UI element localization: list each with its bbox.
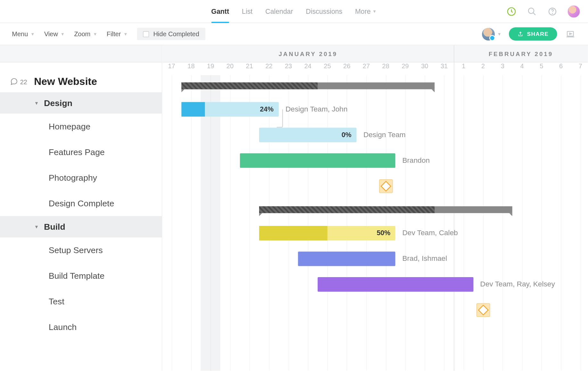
task-row[interactable]: Test: [0, 289, 162, 314]
chevron-down-icon: ▼: [34, 100, 39, 105]
comments-count[interactable]: 22: [10, 78, 27, 86]
assignee-label: Brandon: [402, 156, 430, 165]
task-row[interactable]: Build Template: [0, 263, 162, 289]
task-row[interactable]: Homepage: [0, 114, 162, 139]
help-icon[interactable]: [547, 6, 558, 17]
day-label: 2: [477, 62, 489, 70]
share-icon: [518, 31, 524, 37]
nav-tab-more[interactable]: More▼: [355, 0, 377, 23]
day-label: 26: [340, 62, 353, 70]
task-row[interactable]: Photography: [0, 165, 162, 191]
top-nav: GanttListCalendarDiscussionsMore▼: [0, 0, 588, 23]
assignee-label: Dev Team, Caleb: [402, 229, 458, 237]
task-row[interactable]: Design Complete: [0, 191, 162, 216]
task-bar[interactable]: Brad, Ishmael: [298, 251, 396, 266]
day-label: 24: [301, 62, 314, 70]
user-dropdown[interactable]: ▼: [482, 28, 501, 40]
day-label: 18: [185, 62, 198, 70]
task-bar[interactable]: 24%Design Team, John: [181, 102, 279, 117]
day-label: 19: [204, 62, 217, 70]
day-label: 21: [243, 62, 256, 70]
day-label: 6: [555, 62, 568, 70]
day-label: 29: [399, 62, 412, 70]
account-avatar[interactable]: [568, 5, 580, 18]
summary-bar[interactable]: [181, 82, 434, 89]
day-label: 31: [438, 62, 451, 70]
checkbox-icon: [143, 31, 149, 37]
month-label: FEBRUARY 2019: [454, 45, 588, 62]
day-label: 27: [360, 62, 373, 70]
presentation-icon[interactable]: [565, 29, 576, 40]
task-row[interactable]: Setup Servers: [0, 237, 162, 263]
chevron-down-icon: ▼: [372, 9, 377, 14]
toolbar: Menu▼ View▼ Zoom▼ Filter▼ Hide Completed…: [0, 23, 588, 45]
group-row-build[interactable]: ▼Build: [0, 216, 162, 237]
task-bar[interactable]: Dev Team, Ray, Kelsey: [318, 277, 473, 292]
chevron-down-icon: ▼: [93, 32, 97, 37]
chevron-down-icon: ▼: [61, 32, 65, 37]
day-label: 22: [263, 62, 275, 70]
share-button[interactable]: SHARE: [509, 27, 557, 40]
chevron-down-icon: ▼: [497, 32, 501, 37]
hide-completed-toggle[interactable]: Hide Completed: [137, 28, 205, 40]
milestone[interactable]: [476, 303, 490, 317]
task-row[interactable]: Features Page: [0, 139, 162, 165]
day-label: 17: [165, 62, 178, 70]
milestone[interactable]: [379, 179, 393, 193]
view-dropdown[interactable]: View▼: [44, 30, 65, 38]
assignee-label: Dev Team, Ray, Kelsey: [480, 280, 555, 289]
day-label: 5: [535, 62, 548, 70]
menu-dropdown[interactable]: Menu▼: [12, 30, 35, 38]
day-label: 3: [496, 62, 509, 70]
month-label: JANUARY 2019: [162, 45, 454, 62]
day-label: 1: [457, 62, 470, 70]
zoom-dropdown[interactable]: Zoom▼: [74, 30, 97, 38]
project-title: New Website: [34, 76, 97, 87]
day-label: 20: [224, 62, 236, 70]
assignee-label: Brad, Ishmael: [402, 254, 447, 263]
task-row[interactable]: Launch: [0, 314, 162, 340]
search-icon[interactable]: [527, 6, 538, 17]
task-bar[interactable]: Brandon: [240, 153, 396, 168]
day-label: 28: [379, 62, 392, 70]
day-label: 25: [321, 62, 334, 70]
day-label: 4: [516, 62, 528, 70]
day-label: 30: [418, 62, 431, 70]
task-bar[interactable]: 0%Design Team: [259, 128, 356, 142]
svg-point-3: [552, 13, 552, 13]
chevron-down-icon: ▼: [34, 224, 39, 229]
svg-point-1: [528, 8, 534, 13]
day-label: 7: [574, 62, 587, 70]
task-sidebar: 22 New Website ▼DesignHomepageFeatures P…: [0, 45, 162, 371]
day-label: 23: [282, 62, 295, 70]
group-row-design[interactable]: ▼Design: [0, 92, 162, 114]
task-bar[interactable]: 50%Dev Team, Caleb: [259, 226, 395, 240]
filter-dropdown[interactable]: Filter▼: [107, 30, 128, 38]
chevron-down-icon: ▼: [123, 32, 127, 37]
nav-tab-discussions[interactable]: Discussions: [306, 0, 342, 23]
user-avatar: [482, 28, 494, 40]
assignee-label: Design Team, John: [286, 105, 348, 114]
nav-tab-gantt[interactable]: Gantt: [211, 0, 229, 23]
gantt-chart[interactable]: JANUARY 2019FEBRUARY 2019 17181920212223…: [162, 45, 588, 371]
nav-tab-calendar[interactable]: Calendar: [265, 0, 293, 23]
summary-bar[interactable]: [259, 206, 512, 213]
chevron-down-icon: ▼: [30, 32, 35, 37]
assignee-label: Design Team: [363, 131, 406, 139]
clock-icon[interactable]: [506, 6, 517, 17]
comment-icon: [10, 78, 18, 86]
nav-tab-list[interactable]: List: [242, 0, 252, 23]
